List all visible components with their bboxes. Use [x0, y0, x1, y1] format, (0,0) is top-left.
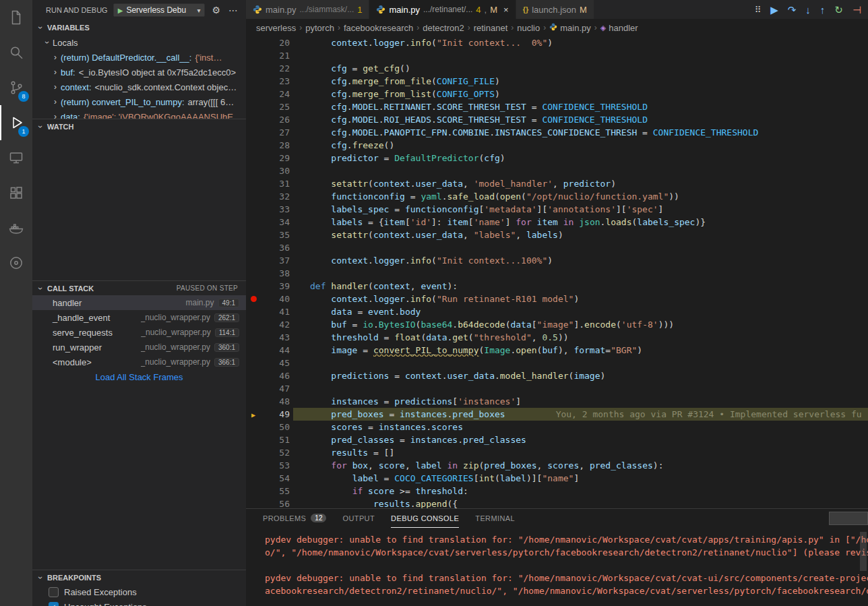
code-text[interactable]	[293, 357, 868, 369]
code-text[interactable]	[293, 382, 868, 395]
code-text[interactable]: cfg.MODEL.ROI_HEADS.SCORE_THRESH_TEST = …	[293, 113, 868, 126]
breakpoint-row[interactable]: ✓Uncaught Exceptions	[32, 599, 246, 606]
gutter[interactable]: ▶49	[246, 408, 293, 421]
gutter[interactable]: 25	[246, 100, 293, 113]
gutter[interactable]: 38	[246, 267, 293, 280]
code-text[interactable]: def handler(context, event):	[293, 280, 868, 293]
editor-tab[interactable]: main.py.../siammask/...1	[246, 0, 369, 19]
stack-frame-row[interactable]: _handle_event_nuclio_wrapper.py262:1	[32, 310, 246, 325]
activity-remote-explorer[interactable]	[0, 140, 32, 175]
code-text[interactable]: setattr(context.user_data, "labels", lab…	[293, 229, 868, 241]
code-text[interactable]: threshold = float(data.get("threshold", …	[293, 331, 868, 344]
gutter[interactable]: 37	[246, 254, 293, 267]
watch-section-header[interactable]: › WATCH	[32, 119, 246, 133]
stack-frame-row[interactable]: <module>_nuclio_wrapper.py366:1	[32, 355, 246, 369]
breadcrumb-item[interactable]: ◈handler	[600, 23, 638, 33]
step-out-icon[interactable]: ↑	[820, 5, 826, 15]
panel-tab-output[interactable]: OUTPUT	[342, 509, 375, 528]
code-text[interactable]: labels_spec = functionconfig['metadata']…	[293, 203, 868, 216]
code-text[interactable]: pred_boxes = instances.pred_boxesYou, 2 …	[293, 408, 868, 421]
breadcrumb-item[interactable]: facebookresearch	[344, 23, 413, 33]
breadcrumb-item[interactable]: retinanet	[474, 23, 508, 33]
gutter[interactable]: 40	[246, 293, 293, 305]
gutter[interactable]: 31	[246, 177, 293, 190]
gutter[interactable]: 41	[246, 305, 293, 318]
code-text[interactable]: predictor = DefaultPredictor(cfg)	[293, 152, 868, 164]
gutter[interactable]: 29	[246, 152, 293, 164]
step-into-icon[interactable]: ↓	[805, 5, 811, 15]
gutter[interactable]: 46	[246, 369, 293, 382]
gutter[interactable]: 55	[246, 485, 293, 497]
load-all-stack-frames-link[interactable]: Load All Stack Frames	[32, 369, 246, 384]
code-text[interactable]: results.append({	[293, 497, 868, 508]
code-text[interactable]: context.logger.info("Init context...100%…	[293, 254, 868, 267]
breadcrumb-item[interactable]: pytorch	[305, 23, 334, 33]
gutter[interactable]: 32	[246, 190, 293, 203]
code-text[interactable]: context.logger.info("Init context... 0%"…	[293, 36, 868, 49]
start-debug-icon[interactable]: ▶	[118, 7, 123, 14]
gutter[interactable]: 50	[246, 421, 293, 433]
code-text[interactable]: cfg.merge_from_list(CONFIG_OPTS)	[293, 88, 868, 100]
code-text[interactable]: results = []	[293, 446, 868, 459]
gutter[interactable]: 21	[246, 49, 293, 62]
code-text[interactable]: predictions = context.user_data.model_ha…	[293, 369, 868, 382]
continue-icon[interactable]: ▶	[770, 5, 778, 15]
panel-tab-problems[interactable]: PROBLEMS12	[263, 509, 326, 528]
gutter[interactable]: 23	[246, 75, 293, 88]
breakpoint-dot[interactable]	[251, 296, 257, 302]
gutter[interactable]: 26	[246, 113, 293, 126]
code-text[interactable]: for box, score, label in zip(pred_boxes,…	[293, 459, 868, 472]
code-text[interactable]: image = convert_PIL_to_numpy(Image.open(…	[293, 344, 868, 357]
gutter[interactable]: 48	[246, 395, 293, 408]
activity-explorer[interactable]	[0, 0, 32, 35]
step-over-icon[interactable]: ↷	[788, 5, 797, 15]
gutter[interactable]: 44	[246, 344, 293, 357]
gear-icon[interactable]: ⚙	[210, 5, 222, 16]
checkbox[interactable]	[49, 587, 59, 597]
more-actions-icon[interactable]: ⋯	[227, 5, 239, 16]
gutter[interactable]: 22	[246, 62, 293, 75]
code-text[interactable]: scores = instances.scores	[293, 421, 868, 433]
panel-scrollbar[interactable]	[860, 532, 867, 571]
panel-tab-terminal[interactable]: TERMINAL	[475, 509, 515, 528]
code-text[interactable]	[293, 49, 868, 62]
gutter[interactable]: 47	[246, 382, 293, 395]
gutter[interactable]: 20	[246, 36, 293, 49]
activity-run-and-debug[interactable]: 1	[0, 105, 32, 140]
activity-source-control[interactable]: 8	[0, 70, 32, 105]
launch-config-select[interactable]: ▶ Serverless Debu ▾	[113, 3, 206, 17]
variable-item[interactable]: ›(return) DefaultPredictor.__call__:{'in…	[32, 50, 246, 65]
disconnect-icon[interactable]: ⊣	[852, 5, 861, 15]
code-text[interactable]: functionconfig = yaml.safe_load(open("/o…	[293, 190, 868, 203]
console-filter-input[interactable]	[829, 512, 868, 525]
gutter[interactable]: 39	[246, 280, 293, 293]
code-text[interactable]	[293, 164, 868, 177]
restart-icon[interactable]: ↻	[834, 5, 843, 15]
call-stack-section-header[interactable]: › CALL STACK PAUSED ON STEP	[32, 280, 246, 295]
gutter[interactable]: 27	[246, 126, 293, 139]
variable-item[interactable]: ›data:{'image': 'iVBORw0KGgoAAAANSUhE…	[32, 109, 246, 119]
editor-tab[interactable]: {}launch.jsonM	[516, 0, 594, 19]
gutter[interactable]: 35	[246, 229, 293, 241]
gutter[interactable]: 36	[246, 241, 293, 254]
code-area[interactable]: 20 context.logger.info("Init context... …	[246, 36, 868, 508]
drag-grip-icon[interactable]: ⠿	[755, 5, 762, 14]
code-text[interactable]: cfg.freeze()	[293, 139, 868, 152]
code-text[interactable]: context.logger.info("Run retinanet-R101 …	[293, 293, 868, 305]
gutter[interactable]: 30	[246, 164, 293, 177]
gutter[interactable]: 24	[246, 88, 293, 100]
activity-search[interactable]	[0, 35, 32, 70]
activity-docker[interactable]	[0, 210, 32, 245]
code-text[interactable]	[293, 267, 868, 280]
scope-locals[interactable]: › Locals	[32, 35, 246, 50]
gutter[interactable]: 45	[246, 357, 293, 369]
breadcrumb-item[interactable]: nuclio	[517, 23, 540, 33]
code-text[interactable]: setattr(context.user_data, 'model_handle…	[293, 177, 868, 190]
code-text[interactable]: data = event.body	[293, 305, 868, 318]
stack-frame-row[interactable]: handlermain.py49:1	[32, 295, 246, 310]
code-text[interactable]: cfg.merge_from_file(CONFIG_FILE)	[293, 75, 868, 88]
stack-frame-row[interactable]: serve_requests_nuclio_wrapper.py114:1	[32, 325, 246, 340]
code-text[interactable]: cfg = get_cfg()	[293, 62, 868, 75]
close-icon[interactable]: ×	[503, 5, 509, 15]
code-text[interactable]: buf = io.BytesIO(base64.b64decode(data["…	[293, 318, 868, 331]
